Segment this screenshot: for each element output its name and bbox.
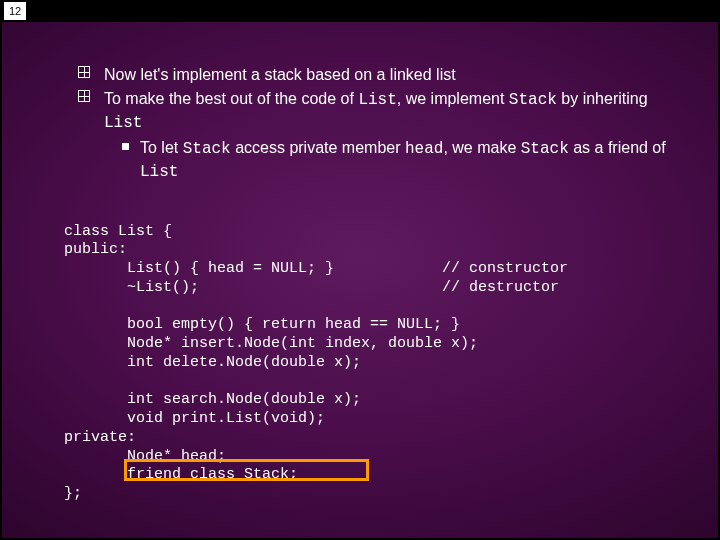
code-line: int delete.Node(double x); — [64, 354, 361, 371]
code-line: ~List(); // destructor — [64, 279, 559, 296]
bullet-box-icon — [78, 66, 90, 78]
code-line: class List { — [64, 223, 172, 240]
bullet-level1: To make the best out of the code of List… — [32, 88, 688, 135]
code-line: bool empty() { return head == NULL; } — [64, 316, 460, 333]
page-number: 12 — [4, 2, 26, 20]
code-line: Node* head; — [64, 448, 226, 465]
code-block: class List { public: List() { head = NUL… — [32, 204, 688, 540]
code-line: friend class Stack; — [64, 466, 298, 483]
bullet-text: To let Stack access private member head,… — [140, 139, 666, 180]
code-line: List() { head = NULL; } // constructor — [64, 260, 568, 277]
code-line: int search.Node(double x); — [64, 391, 361, 408]
bullet-list: Now let's implement a stack based on a l… — [32, 64, 688, 184]
bullet-text: To make the best out of the code of List… — [104, 90, 648, 131]
code-line: }; — [64, 485, 82, 502]
code-line: void print.List(void); — [64, 410, 325, 427]
slide: Now let's implement a stack based on a l… — [2, 22, 718, 538]
bullet-box-icon — [78, 90, 90, 102]
bullet-level1: Now let's implement a stack based on a l… — [32, 64, 688, 86]
code-line: private: — [64, 429, 136, 446]
code-line: Node* insert.Node(int index, double x); — [64, 335, 478, 352]
bullet-level2: To let Stack access private member head,… — [32, 137, 688, 184]
code-line: public: — [64, 241, 127, 258]
bullet-square-icon — [122, 143, 129, 150]
bullet-text: Now let's implement a stack based on a l… — [104, 66, 456, 83]
